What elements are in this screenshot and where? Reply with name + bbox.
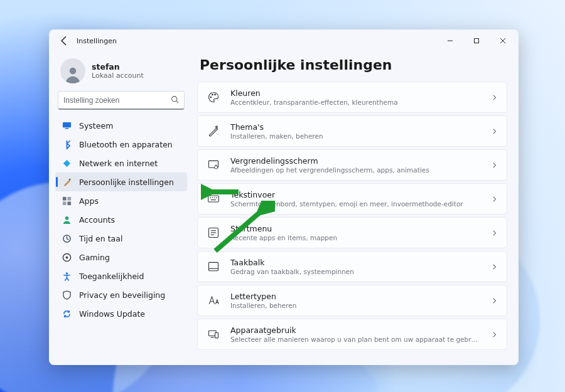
svg-line-4 [176,101,178,103]
sidebar-item-accounts[interactable]: Accounts [55,210,187,229]
sidebar-item-label: Bluetooth en apparaten [79,140,173,149]
svg-point-16 [65,272,67,274]
titlebar: Instellingen [49,29,519,52]
sidebar-item-bluetooth[interactable]: Bluetooth en apparaten [55,135,187,154]
card-tekst[interactable]: Tekstinvoer Schermtoetsenbord, stemtypen… [197,183,507,215]
back-button[interactable] [58,34,70,47]
svg-point-15 [65,256,68,258]
svg-point-18 [212,94,213,95]
nav-list: Systeem Bluetooth en apparaten Netwerk e… [55,116,187,323]
sidebar-item-privacy[interactable]: Privacy en beveiliging [55,285,187,304]
sidebar-item-tijd[interactable]: Tijd en taal [55,229,187,248]
svg-point-2 [70,68,77,75]
svg-rect-1 [475,39,479,43]
sidebar-item-label: Privacy en beveiliging [79,290,165,300]
card-start[interactable]: Startmenu Recente apps en items, mappen [197,217,507,248]
user-name: stefan [92,62,144,72]
card-title: Taakbalk [230,258,481,267]
sidebar-item-label: Tijd en taal [79,234,122,243]
card-kleuren[interactable]: Kleuren Accentkleur, transparantie-effec… [197,82,507,113]
svg-rect-11 [67,201,71,205]
chevron-right-icon [491,193,498,205]
svg-rect-35 [215,333,218,338]
avatar [60,58,85,83]
user-row[interactable]: stefan Lokaal account [55,56,187,91]
card-subtitle: Installeren, maken, beheren [230,132,481,140]
vergrendel-icon [207,158,220,172]
card-letter[interactable]: Lettertypen Installeren, beheren [197,285,507,316]
card-taakbalk[interactable]: Taakbalk Gedrag van taakbalk, systeempin… [197,251,507,282]
apps-icon [62,196,72,206]
letter-icon [207,294,220,307]
tekst-icon [207,192,220,206]
systeem-icon [62,120,72,130]
card-subtitle: Recente apps en items, mappen [230,234,481,241]
sidebar-item-label: Windows Update [79,309,145,319]
sidebar-item-label: Apps [79,196,99,206]
svg-rect-21 [215,166,218,169]
apparaat-icon [207,327,220,341]
minimize-button[interactable] [437,31,463,50]
chevron-right-icon [491,92,498,103]
sidebar: stefan Lokaal account Systeem Bluetooth … [49,52,193,365]
netwerk-icon [62,158,72,168]
sidebar-item-label: Toegankelijkheid [79,272,144,281]
card-subtitle: Selecteer alle manieren waarop u van pla… [230,336,481,343]
chevron-right-icon [491,159,498,171]
card-title: Tekstinvoer [230,190,481,199]
sidebar-item-systeem[interactable]: Systeem [55,116,187,135]
card-subtitle: Schermtoetsenbord, stemtypen, emoji en m… [230,200,481,208]
search-icon [171,94,179,106]
persoonlijk-icon [62,177,72,187]
gaming-icon [62,252,72,262]
kleuren-icon [207,90,220,104]
svg-rect-5 [62,122,70,127]
sidebar-item-apps[interactable]: Apps [55,191,187,210]
chevron-right-icon [491,261,498,273]
card-themas[interactable]: Thema's Installeren, maken, beheren [197,115,507,147]
maximize-button[interactable] [463,31,490,50]
svg-point-3 [172,97,177,102]
card-title: Kleuren [230,88,481,98]
page-title: Persoonlijke instellingen [200,57,507,73]
tijd-icon [62,233,72,243]
card-apparaat[interactable]: Apparaatgebruik Selecteer alle manieren … [197,319,507,350]
card-subtitle: Installeren, beheren [230,302,481,309]
card-title: Apparaatgebruik [230,326,481,335]
sidebar-item-update[interactable]: Windows Update [55,304,187,323]
chevron-right-icon [491,295,498,307]
chevron-right-icon [491,227,498,239]
sidebar-item-label: Accounts [79,215,115,225]
themas-icon [207,124,220,138]
svg-point-17 [210,97,212,98]
svg-rect-6 [65,128,68,129]
sidebar-item-label: Gaming [79,253,110,262]
toegankelijk-icon [62,271,72,281]
main-content: Persoonlijke instellingen Kleuren Accent… [193,52,519,365]
card-title: Vergrendelingsscherm [230,156,481,166]
chevron-right-icon [491,329,498,341]
search-box[interactable] [58,91,185,110]
card-subtitle: Gedrag van taakbalk, systeempinnen [230,268,481,275]
bluetooth-icon [62,139,72,149]
app-title: Instellingen [77,37,437,45]
start-icon [207,226,220,240]
sidebar-item-persoonlijk[interactable]: Persoonlijke instellingen [55,172,187,191]
svg-rect-22 [208,196,219,202]
sidebar-item-gaming[interactable]: Gaming [55,248,187,267]
card-subtitle: Afbeeldingen op het vergrendelingsscherm… [230,166,481,174]
settings-window: Instellingen stefan Lokaal account [49,29,519,365]
card-vergrendel[interactable]: Vergrendelingsscherm Afbeeldingen op het… [197,149,507,181]
close-button[interactable] [490,31,516,50]
user-subtitle: Lokaal account [92,72,144,80]
svg-rect-10 [62,201,66,205]
accounts-icon [62,215,72,225]
search-input[interactable] [63,96,171,105]
settings-cards: Kleuren Accentkleur, transparantie-effec… [197,82,507,350]
sidebar-item-toegankelijk[interactable]: Toegankelijkheid [55,267,187,285]
update-icon [62,309,72,319]
chevron-right-icon [491,125,498,137]
svg-point-19 [215,94,216,95]
sidebar-item-netwerk[interactable]: Netwerk en internet [55,154,187,172]
card-subtitle: Accentkleur, transparantie-effecten, kle… [230,98,481,106]
